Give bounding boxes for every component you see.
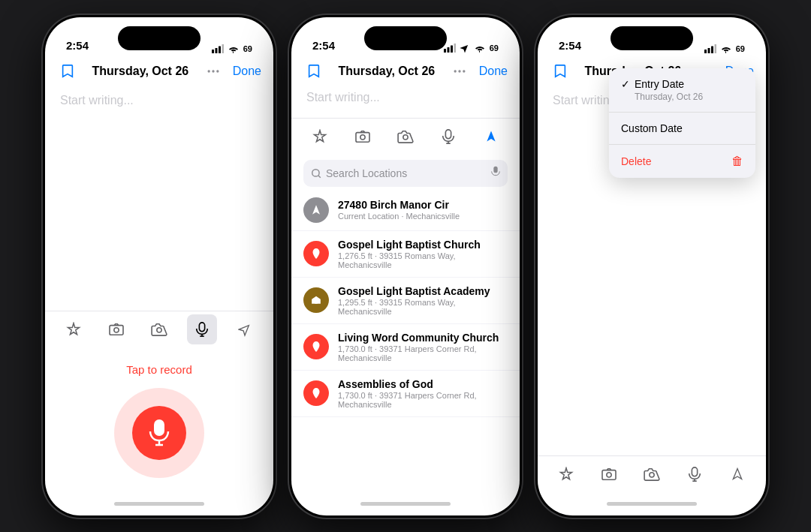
home-indicator-2 bbox=[291, 493, 520, 515]
svg-point-20 bbox=[454, 70, 456, 72]
svg-rect-31 bbox=[493, 166, 497, 173]
loc-name-2: Gospel Light Baptist Academy bbox=[338, 285, 508, 297]
header-left-1 bbox=[57, 61, 78, 82]
camera-btn-2[interactable] bbox=[390, 122, 421, 152]
location-item-1[interactable]: Gospel Light Baptist Church 1,276.5 ft ·… bbox=[291, 231, 520, 278]
svg-rect-7 bbox=[110, 326, 123, 335]
audio-btn-3[interactable] bbox=[680, 459, 710, 489]
bookmark-button-1[interactable] bbox=[57, 61, 78, 82]
svg-point-44 bbox=[607, 473, 611, 477]
status-time-3: 2:54 bbox=[559, 39, 581, 53]
svg-rect-46 bbox=[692, 467, 697, 476]
phone-3: 2:54 69 Thursday, Oct 26 bbox=[535, 15, 768, 518]
loc-sub-1: 1,276.5 ft · 39315 Romans Way, Mechanics… bbox=[338, 251, 508, 269]
loc-name-4: Assemblies of God bbox=[338, 378, 508, 390]
done-button-2[interactable]: Done bbox=[479, 65, 508, 78]
loc-name-3: Living Word Community Church bbox=[338, 332, 508, 344]
svg-rect-13 bbox=[154, 419, 164, 436]
phone-2: 2:54 69 Thursday, Oct 26 bbox=[289, 15, 522, 518]
audio-btn-1[interactable] bbox=[187, 314, 217, 344]
header-right-2: Done bbox=[449, 61, 508, 82]
svg-point-4 bbox=[207, 70, 210, 72]
loc-text-1: Gospel Light Baptist Church 1,276.5 ft ·… bbox=[338, 239, 508, 269]
svg-rect-23 bbox=[356, 133, 369, 143]
dropdown-menu: ✓ Entry Date Thursday, Oct 26 Custom Dat… bbox=[609, 68, 755, 178]
search-input[interactable]: Search Locations bbox=[326, 167, 407, 179]
entry-date-label: Entry Date bbox=[635, 78, 703, 90]
camera-btn-3[interactable] bbox=[637, 459, 667, 489]
toolbar-3 bbox=[538, 455, 766, 493]
location-item-0[interactable]: 27480 Birch Manor Cir Current Location ·… bbox=[291, 190, 520, 231]
svg-rect-39 bbox=[714, 44, 716, 53]
placeholder-1: Start writing... bbox=[60, 94, 134, 107]
home-bar-1 bbox=[114, 502, 204, 506]
record-area: Tap to record bbox=[45, 348, 273, 493]
dropdown-custom-date[interactable]: Custom Date bbox=[609, 113, 755, 145]
writing-area-1[interactable]: Start writing... bbox=[45, 88, 273, 311]
svg-rect-10 bbox=[199, 323, 204, 332]
more-button-2[interactable] bbox=[449, 61, 470, 82]
magic-btn-3[interactable] bbox=[551, 459, 581, 489]
svg-rect-17 bbox=[447, 47, 449, 53]
camera-btn-1[interactable] bbox=[144, 314, 174, 344]
loc-text-4: Assemblies of God 1,730.0 ft · 39371 Har… bbox=[338, 378, 508, 409]
battery-icon-3: 69 bbox=[736, 44, 745, 53]
record-button-outer[interactable] bbox=[114, 388, 204, 478]
location-btn-3[interactable] bbox=[722, 459, 752, 489]
dropdown-delete[interactable]: Delete 🗑 bbox=[609, 145, 755, 178]
location-btn-1[interactable] bbox=[230, 314, 260, 344]
wifi-icon-3 bbox=[720, 44, 732, 53]
record-button-inner[interactable] bbox=[132, 406, 186, 460]
bookmark-button-3[interactable] bbox=[550, 61, 571, 82]
placeholder-2: Start writing... bbox=[306, 91, 380, 104]
loc-icon-4 bbox=[303, 380, 329, 406]
audio-btn-2[interactable] bbox=[433, 122, 463, 152]
locations-list: 27480 Birch Manor Cir Current Location ·… bbox=[291, 190, 520, 493]
more-button-1[interactable] bbox=[203, 61, 224, 82]
header-title-1: Thursday, Oct 26 bbox=[92, 65, 189, 78]
svg-point-21 bbox=[458, 70, 460, 72]
location-item-2[interactable]: Gospel Light Baptist Academy 1,295.5 ft … bbox=[291, 278, 520, 324]
signal-icon-3 bbox=[704, 44, 716, 53]
delete-label: Delete bbox=[621, 155, 651, 167]
dynamic-island-3 bbox=[611, 26, 693, 50]
svg-point-25 bbox=[403, 135, 408, 140]
battery-icon: 69 bbox=[243, 44, 252, 53]
photo-btn-3[interactable] bbox=[594, 459, 624, 489]
phone-1: 2:54 69 Thursday, Oct 26 bbox=[43, 15, 276, 518]
svg-point-24 bbox=[360, 135, 365, 140]
toolbar-1 bbox=[45, 311, 273, 348]
loc-sub-4: 1,730.0 ft · 39371 Harpers Corner Rd, Me… bbox=[338, 391, 508, 409]
mic-search-icon[interactable] bbox=[491, 166, 500, 181]
home-indicator-1 bbox=[45, 493, 273, 515]
status-time-2: 2:54 bbox=[312, 39, 335, 53]
status-icons-3: 69 bbox=[704, 44, 745, 53]
magic-btn-2[interactable] bbox=[305, 122, 335, 152]
svg-rect-26 bbox=[445, 130, 451, 139]
custom-date-label: Custom Date bbox=[621, 122, 743, 134]
magic-btn-1[interactable] bbox=[59, 314, 89, 344]
photo-btn-2[interactable] bbox=[348, 122, 378, 152]
done-button-1[interactable]: Done bbox=[233, 65, 261, 78]
location-item-3[interactable]: Living Word Community Church 1,730.0 ft … bbox=[291, 324, 520, 371]
svg-rect-16 bbox=[444, 49, 446, 53]
location-item-4[interactable]: Assemblies of God 1,730.0 ft · 39371 Har… bbox=[291, 371, 520, 417]
trash-icon: 🗑 bbox=[731, 155, 743, 168]
svg-point-8 bbox=[114, 328, 119, 332]
loc-sub-0: Current Location · Mechanicsville bbox=[338, 212, 508, 221]
loc-icon-0 bbox=[303, 197, 329, 223]
svg-rect-2 bbox=[219, 46, 221, 53]
bookmark-button-2[interactable] bbox=[303, 61, 324, 82]
wifi-icon-2 bbox=[474, 44, 486, 53]
signal-icon bbox=[212, 44, 224, 53]
wifi-icon bbox=[228, 44, 240, 53]
location-btn-2[interactable] bbox=[476, 122, 506, 152]
mic-icon bbox=[149, 419, 170, 446]
dropdown-entry-date[interactable]: ✓ Entry Date Thursday, Oct 26 bbox=[609, 68, 755, 113]
writing-area-2[interactable]: Start writing... bbox=[291, 88, 520, 118]
header-left-2 bbox=[303, 61, 324, 82]
header-2: Thursday, Oct 26 Done bbox=[291, 58, 520, 88]
search-bar[interactable]: Search Locations bbox=[303, 160, 508, 187]
dynamic-island-2 bbox=[364, 26, 447, 50]
photo-btn-1[interactable] bbox=[101, 314, 131, 344]
